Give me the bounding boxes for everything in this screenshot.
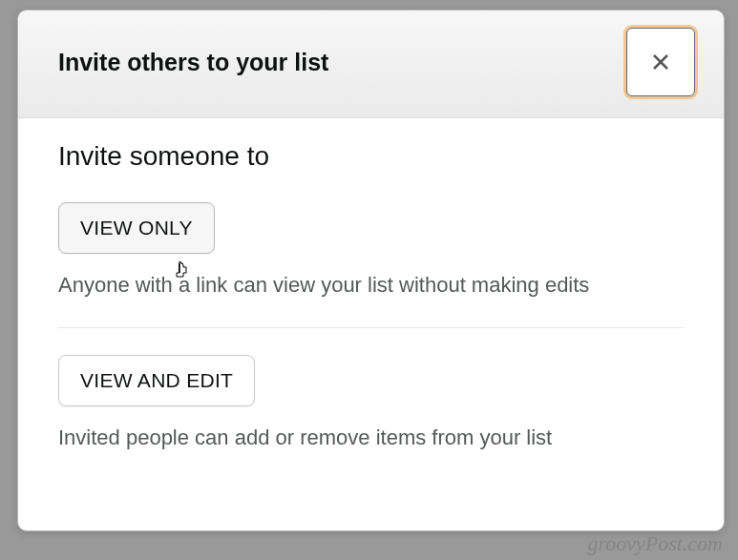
- option-view-and-edit: VIEW AND EDIT Invited people can add or …: [58, 355, 684, 480]
- section-title: Invite someone to: [58, 141, 684, 172]
- watermark: groovyPost.com: [587, 531, 723, 556]
- option-view-only: VIEW ONLY Anyone with a link can view yo…: [58, 202, 684, 327]
- view-and-edit-description: Invited people can add or remove items f…: [58, 422, 684, 453]
- modal-title: Invite others to your list: [58, 49, 328, 76]
- invite-modal: Invite others to your list Invite someon…: [17, 10, 725, 531]
- view-and-edit-button[interactable]: VIEW AND EDIT: [58, 355, 255, 406]
- modal-body: Invite someone to VIEW ONLY Anyone with …: [18, 118, 724, 499]
- view-only-description: Anyone with a link can view your list wi…: [58, 269, 684, 301]
- close-icon: [651, 52, 670, 72]
- divider: [58, 327, 684, 328]
- modal-header: Invite others to your list: [18, 10, 724, 118]
- view-only-button[interactable]: VIEW ONLY: [58, 202, 215, 254]
- close-button[interactable]: [626, 28, 695, 96]
